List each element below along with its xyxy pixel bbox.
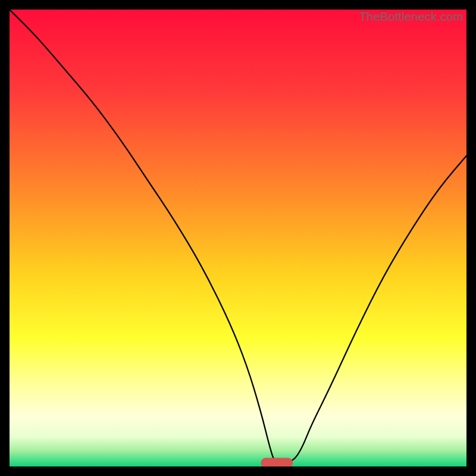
bottleneck-chart bbox=[10, 10, 466, 466]
optimal-marker bbox=[261, 458, 293, 466]
plot-area: TheBottleneck.com bbox=[10, 10, 466, 466]
watermark-text: TheBottleneck.com bbox=[359, 10, 463, 24]
chart-frame: TheBottleneck.com bbox=[0, 0, 476, 476]
gradient-background bbox=[10, 10, 466, 466]
